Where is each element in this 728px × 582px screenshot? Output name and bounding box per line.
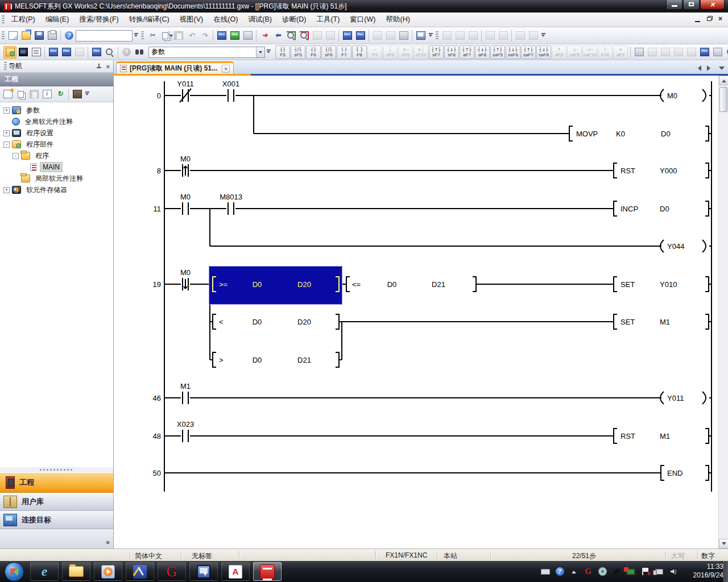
ladder-symbol-button[interactable]: ┤↓├ sF8 bbox=[444, 45, 459, 59]
menu-item[interactable]: 帮助(H) bbox=[380, 12, 415, 27]
navigation-window-button[interactable] bbox=[3, 46, 16, 59]
ladder-symbol-button[interactable]: ─/─ caF10 bbox=[582, 45, 597, 59]
inline-st-button[interactable] bbox=[632, 46, 646, 59]
print-button[interactable] bbox=[46, 30, 59, 42]
ladder-symbol-button[interactable]: ┤↑├ sF7 bbox=[429, 45, 444, 59]
tab-list-dropdown-icon[interactable] bbox=[719, 66, 725, 73]
taskbar-item-media-player[interactable] bbox=[94, 562, 122, 581]
tree-expander-icon[interactable]: + bbox=[3, 107, 10, 114]
tree-item[interactable]: 全局软元件注释 bbox=[0, 116, 113, 127]
nav-more-chevron[interactable]: » bbox=[106, 538, 109, 546]
save-project-button[interactable] bbox=[32, 30, 46, 42]
device-memory-button[interactable]: Dev bbox=[354, 30, 367, 42]
menu-item[interactable]: 视图(V) bbox=[175, 12, 209, 27]
sort-dropdown-icon[interactable] bbox=[84, 88, 90, 101]
mdi-close-icon[interactable]: × bbox=[718, 15, 722, 22]
taskbar-item-remote-desktop[interactable] bbox=[189, 562, 218, 581]
tree-expander-icon[interactable]: + bbox=[3, 130, 10, 136]
pin-icon[interactable] bbox=[96, 64, 102, 69]
menu-item[interactable]: 窗口(W) bbox=[345, 12, 380, 27]
ladder-symbol-button[interactable]: ×│ cF10 bbox=[413, 45, 428, 59]
ladder-symbol-button[interactable]: ┤├ F6 bbox=[306, 45, 321, 59]
menu-item[interactable]: 工具(T) bbox=[311, 12, 345, 27]
find-input[interactable] bbox=[149, 48, 256, 57]
device-comment-button[interactable]: Dev bbox=[341, 30, 354, 42]
scroll-thumb[interactable] bbox=[719, 87, 727, 112]
ladder-symbol-button[interactable]: ┤↓├ aF8 bbox=[475, 45, 490, 59]
scroll-down-icon[interactable] bbox=[719, 539, 728, 548]
device-find-button[interactable]: Dev bbox=[215, 30, 228, 42]
jump-prev-button[interactable]: ⬅ bbox=[271, 30, 284, 42]
ladder-symbol-button[interactable]: ┤/├ sF5 bbox=[291, 45, 305, 59]
ladder-symbol-button[interactable]: ┤↓├ saF6 bbox=[506, 45, 520, 59]
ladder-symbol-button[interactable]: × aF9 bbox=[613, 45, 628, 59]
menu-item[interactable]: 调试(B) bbox=[243, 12, 277, 27]
tree-expander-icon[interactable]: - bbox=[3, 142, 10, 148]
statement-edit-button[interactable] bbox=[711, 46, 724, 59]
ladder-symbol-button[interactable]: ┤/├ sF6 bbox=[321, 45, 336, 59]
start-button[interactable] bbox=[5, 562, 24, 581]
comment-edit-button[interactable]: Dev bbox=[698, 46, 711, 59]
ladder-canvas[interactable]: 0 8 11 19 46 48 50 Y011 X001 M0 M0 M8013… bbox=[114, 76, 728, 548]
tab-main-program[interactable]: [PRG]读取 MAIN (只读) 51... × bbox=[116, 61, 234, 74]
menu-item[interactable]: 工程(P) bbox=[6, 12, 40, 27]
tab-scroll-left-icon[interactable] bbox=[695, 65, 701, 71]
ladder-symbol-button[interactable]: ┤├ F5 bbox=[275, 45, 290, 59]
find-combo[interactable] bbox=[148, 47, 265, 58]
tab-scroll-right-icon[interactable] bbox=[707, 65, 713, 71]
toolbar-overflow-icon[interactable] bbox=[265, 46, 272, 59]
mdi-restore-icon[interactable] bbox=[707, 17, 712, 21]
tree-item[interactable]: - 程序 bbox=[0, 150, 113, 161]
satellite-icon[interactable] bbox=[612, 567, 621, 576]
menu-item[interactable]: 编辑(E) bbox=[40, 12, 75, 27]
taskbar-item-explorer[interactable] bbox=[62, 562, 90, 581]
jump-next-button[interactable]: ➜ bbox=[258, 30, 271, 42]
network-icon[interactable] bbox=[655, 567, 664, 576]
open-project-button[interactable] bbox=[19, 30, 32, 42]
ladder-symbol-button[interactable]: ┤↑├ saF5 bbox=[490, 45, 505, 59]
ladder-symbol-button[interactable]: ↓ caF5 bbox=[567, 45, 582, 59]
tree-expander-icon[interactable]: + bbox=[3, 187, 10, 193]
help-button[interactable]: ? bbox=[63, 30, 76, 42]
ladder-symbol-button[interactable]: ( ) F7 bbox=[337, 45, 351, 59]
nav-close-icon[interactable]: × bbox=[106, 63, 110, 70]
declaration-button[interactable] bbox=[397, 30, 410, 42]
menu-item[interactable]: 诊断(D) bbox=[277, 12, 311, 27]
tree-expander-icon[interactable]: - bbox=[13, 153, 19, 159]
tree-item[interactable]: 局部软元件注释 bbox=[0, 173, 113, 184]
ladder-symbol-button[interactable]: ×─ cF9 bbox=[398, 45, 413, 59]
tree-item[interactable]: - 程序部件 bbox=[0, 139, 113, 150]
ladder-symbol-button[interactable]: { } F8 bbox=[352, 45, 367, 59]
taskbar-item-design-tool[interactable] bbox=[126, 562, 154, 581]
close-button[interactable]: ✕ bbox=[700, 0, 725, 10]
nav-button-project[interactable]: 工程 bbox=[0, 472, 113, 493]
cut-button[interactable]: ✂ bbox=[146, 30, 159, 42]
menu-item[interactable]: 在线(O) bbox=[208, 12, 243, 27]
quick-access-combo[interactable] bbox=[76, 30, 133, 41]
display-share-icon[interactable] bbox=[626, 567, 635, 576]
selected-compare-block[interactable] bbox=[209, 266, 342, 304]
ladder-symbol-button[interactable]: ↑ aF5 bbox=[552, 45, 566, 59]
new-item-button[interactable] bbox=[1, 88, 14, 101]
vertical-scrollbar[interactable] bbox=[718, 76, 728, 548]
cd-icon[interactable] bbox=[598, 567, 607, 576]
device-display-button[interactable]: Dev bbox=[60, 46, 73, 59]
ladder-symbol-button[interactable]: ─ F9 bbox=[367, 45, 382, 59]
restore-button[interactable] bbox=[683, 0, 700, 10]
menu-item[interactable]: 转换/编译(C) bbox=[124, 12, 175, 27]
taskbar-item-pdf-reader[interactable]: A bbox=[221, 562, 250, 581]
nav-splitter[interactable] bbox=[0, 467, 113, 472]
device-batch-button[interactable] bbox=[241, 30, 254, 42]
scroll-up-icon[interactable] bbox=[719, 76, 728, 85]
taskbar-item-g-app[interactable]: G bbox=[158, 562, 186, 581]
tray-expand-icon[interactable] bbox=[569, 567, 578, 576]
sort-button[interactable] bbox=[71, 88, 84, 101]
ladder-symbol-button[interactable]: ┤↓├ saF8 bbox=[536, 45, 551, 59]
show-desktop-button[interactable] bbox=[723, 561, 728, 582]
find-device-green-button[interactable] bbox=[284, 30, 297, 42]
ladder-symbol-button[interactable]: │ sF9 bbox=[383, 45, 398, 59]
toolbar-overflow-icon[interactable] bbox=[427, 30, 434, 42]
device-monitor-button[interactable]: Dev bbox=[228, 30, 241, 42]
tray-help-icon[interactable]: ? bbox=[555, 567, 564, 576]
refresh-button[interactable]: ↻ bbox=[53, 88, 67, 101]
